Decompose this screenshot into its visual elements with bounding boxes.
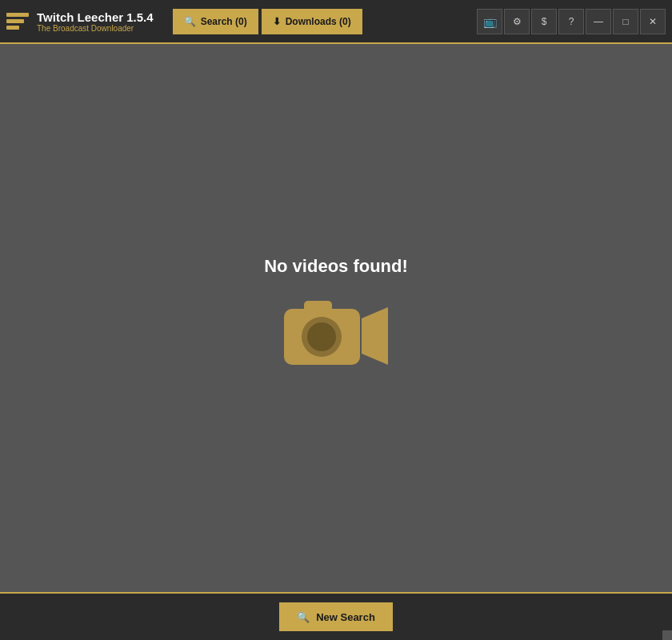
- app-title-area: Twitch Leecher 1.5.4 The Broadcast Downl…: [37, 10, 154, 33]
- app-name: Twitch Leecher 1.5.4: [37, 10, 154, 24]
- maximize-button[interactable]: □: [613, 9, 638, 34]
- minimize-button[interactable]: —: [586, 9, 611, 34]
- svg-rect-3: [304, 301, 332, 314]
- logo-stripe-2: [6, 19, 24, 23]
- camera-icon: [280, 293, 392, 381]
- close-button[interactable]: ✕: [640, 9, 666, 34]
- close-icon: ✕: [649, 16, 657, 27]
- downloads-nav-button[interactable]: ⬇ Downloads (0): [262, 9, 362, 34]
- new-search-label: New Search: [316, 611, 375, 623]
- app-subtitle: The Broadcast Downloader: [37, 24, 154, 33]
- new-search-icon: 🔍: [297, 611, 310, 623]
- main-content: No videos found!: [0, 44, 672, 592]
- new-search-button[interactable]: 🔍 New Search: [279, 602, 393, 631]
- gear-icon: ⚙: [513, 16, 522, 27]
- downloads-nav-label: Downloads (0): [286, 16, 351, 27]
- donate-icon: $: [542, 16, 547, 27]
- svg-point-2: [307, 322, 336, 351]
- search-nav-icon: 🔍: [184, 16, 196, 27]
- settings-button[interactable]: ⚙: [504, 9, 530, 34]
- title-bar: Twitch Leecher 1.5.4 The Broadcast Downl…: [0, 0, 672, 44]
- resize-handle[interactable]: [662, 630, 672, 640]
- footer: 🔍 New Search: [0, 592, 672, 640]
- nav-buttons: 🔍 Search (0) ⬇ Downloads (0): [173, 9, 362, 34]
- logo-stripe-3: [6, 26, 19, 30]
- window-controls: 📺 ⚙ $ ? — □ ✕: [477, 9, 666, 34]
- search-nav-label: Search (0): [201, 16, 247, 27]
- svg-marker-4: [362, 307, 388, 365]
- minimize-icon: —: [594, 16, 603, 27]
- logo-area: Twitch Leecher 1.5.4 The Broadcast Downl…: [6, 10, 154, 33]
- maximize-icon: □: [622, 16, 628, 27]
- twitch-button[interactable]: 📺: [477, 9, 502, 34]
- help-button[interactable]: ?: [558, 9, 584, 34]
- logo-stripes: [6, 13, 29, 30]
- logo-stripe-1: [6, 13, 29, 17]
- donate-button[interactable]: $: [531, 9, 557, 34]
- help-icon: ?: [569, 16, 574, 27]
- search-nav-button[interactable]: 🔍 Search (0): [173, 9, 258, 34]
- downloads-nav-icon: ⬇: [273, 16, 281, 27]
- twitch-icon: 📺: [483, 15, 497, 28]
- no-videos-text: No videos found!: [264, 256, 408, 277]
